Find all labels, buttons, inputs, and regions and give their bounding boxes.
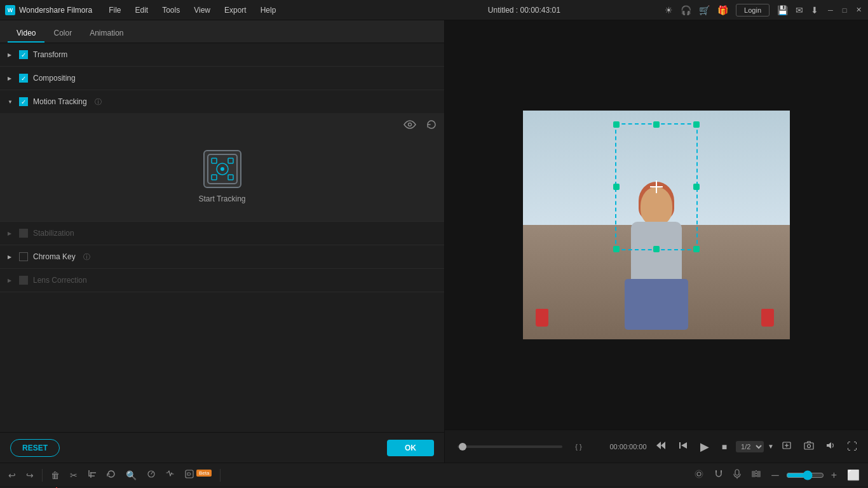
motion-tracking-checkbox[interactable]: ✓ — [19, 97, 28, 106]
mt-reset-button[interactable] — [424, 118, 439, 133]
sun-icon[interactable]: ☀ — [665, 5, 673, 15]
mt-eye-button[interactable] — [401, 118, 419, 133]
menu-view[interactable]: View — [187, 3, 217, 17]
mt-center: Start Tracking — [5, 137, 439, 216]
menu-tools[interactable]: Tools — [156, 3, 186, 17]
magnet-button[interactable] — [711, 468, 726, 482]
section-transform: ▶ ✓ Transform — [0, 43, 444, 67]
beta-button[interactable]: Beta — [182, 468, 215, 482]
redo-button[interactable]: ↪ — [23, 469, 37, 482]
tab-animation[interactable]: Animation — [81, 25, 132, 43]
transform-arrow: ▶ — [8, 52, 14, 58]
headphone-icon[interactable]: 🎧 — [681, 5, 691, 15]
title-icons: ☀ 🎧 🛒 🎁 Login 💾 ✉ ⬇ — [665, 4, 818, 17]
login-button[interactable]: Login — [736, 4, 770, 17]
compositing-arrow: ▶ — [8, 76, 14, 81]
motion-tracking-header[interactable]: ▼ ✓ Motion Tracking ⓘ — [0, 90, 444, 113]
chroma-key-arrow: ▶ — [8, 254, 14, 260]
menu-help[interactable]: Help — [254, 3, 283, 17]
tab-video[interactable]: Video — [8, 25, 44, 43]
cut-button[interactable]: ✂ — [67, 469, 81, 482]
action-bar: RESET OK — [0, 432, 444, 463]
section-compositing: ▶ ✓ Compositing — [0, 67, 444, 90]
stop-button[interactable]: ■ — [718, 440, 731, 453]
menu-edit[interactable]: Edit — [129, 3, 155, 17]
svg-point-13 — [808, 445, 811, 448]
properties-panel: Video Color Animation ▶ ✓ Transform ▶ — [0, 20, 445, 463]
menu-file[interactable]: File — [102, 3, 127, 17]
svg-point-15 — [697, 472, 701, 476]
stabilization-header[interactable]: ▶ Stabilization — [0, 222, 444, 245]
mic-button[interactable] — [730, 468, 744, 482]
section-chroma-key: ▶ Chroma Key ⓘ — [0, 245, 444, 269]
mt-toolbar — [5, 118, 439, 133]
corner-tr — [693, 121, 700, 128]
cart-icon[interactable]: 🛒 — [699, 5, 710, 15]
delete-button[interactable]: 🗑 — [48, 469, 63, 482]
chroma-key-checkbox[interactable] — [19, 252, 28, 261]
transform-checkbox[interactable]: ✓ — [19, 50, 28, 59]
menu-export[interactable]: Export — [218, 3, 253, 17]
time-display: 00:00:00:00 — [590, 443, 647, 451]
expand-button[interactable]: ⬜ — [844, 468, 863, 482]
timecode-brackets-left: { } — [575, 443, 581, 451]
legs — [625, 279, 688, 330]
reset-button[interactable]: RESET — [10, 439, 60, 457]
ripple-button[interactable] — [691, 468, 707, 482]
logo-icon: W — [5, 5, 15, 15]
scrubber-handle[interactable] — [459, 443, 466, 451]
section-lens-correction: ▶ Lens Correction — [0, 269, 444, 292]
minimize-button[interactable]: ─ — [826, 6, 835, 15]
tracking-box[interactable] — [615, 123, 698, 250]
tab-color[interactable]: Color — [44, 25, 81, 43]
plus-zoom-button[interactable]: + — [828, 468, 840, 482]
audio-button[interactable] — [163, 468, 178, 482]
svg-rect-14 — [186, 470, 193, 478]
undo-button[interactable]: ↩ — [5, 469, 19, 482]
ok-button[interactable]: OK — [387, 440, 434, 456]
gift-icon[interactable]: 🎁 — [717, 5, 728, 15]
chroma-key-header[interactable]: ▶ Chroma Key ⓘ — [0, 245, 444, 268]
skip-back-button[interactable] — [652, 440, 670, 454]
stabilization-checkbox[interactable] — [19, 229, 28, 238]
download-icon[interactable]: ⬇ — [811, 5, 818, 15]
timeline: ↩ ↪ 🗑 ✂ 🔍 Beta — [0, 463, 868, 488]
motion-tracking-help-icon[interactable]: ⓘ — [95, 97, 102, 107]
start-tracking-label: Start Tracking — [198, 194, 245, 203]
timeline-scrubber[interactable] — [458, 445, 562, 448]
compositing-header[interactable]: ▶ ✓ Compositing — [0, 67, 444, 90]
play-button[interactable]: ▶ — [696, 438, 713, 455]
minus-zoom-button[interactable]: ─ — [768, 468, 782, 482]
lens-correction-checkbox[interactable] — [19, 276, 28, 285]
svg-rect-2 — [212, 158, 217, 163]
lens-correction-header[interactable]: ▶ Lens Correction — [0, 269, 444, 292]
maximize-button[interactable]: □ — [840, 6, 849, 15]
close-button[interactable]: ✕ — [854, 6, 863, 15]
mail-icon[interactable]: ✉ — [796, 5, 803, 15]
step-back-button[interactable] — [675, 440, 691, 454]
chroma-key-help-icon[interactable]: ⓘ — [83, 252, 90, 262]
save-icon[interactable]: 💾 — [777, 5, 788, 15]
preview-panel: { } 00:00:00:00 ▶ ■ 1/2 ▼ — [445, 20, 868, 463]
split-button[interactable] — [748, 468, 764, 482]
compositing-checkbox[interactable]: ✓ — [19, 74, 28, 83]
svg-point-7 — [220, 167, 224, 171]
corner-mr — [693, 184, 700, 190]
speed-button[interactable] — [144, 468, 159, 482]
fullscreen-button[interactable]: ⛶ — [844, 440, 860, 454]
transform-header[interactable]: ▶ ✓ Transform — [0, 43, 444, 66]
volume-button[interactable] — [822, 440, 839, 453]
zoom-in-clip-button[interactable]: 🔍 — [123, 469, 140, 482]
svg-rect-12 — [804, 443, 813, 449]
add-clip-button[interactable] — [779, 440, 796, 453]
svg-point-0 — [409, 123, 412, 126]
crop-button[interactable] — [85, 468, 100, 482]
zoom-slider[interactable] — [786, 470, 824, 480]
window-controls: ─ □ ✕ — [826, 6, 863, 15]
stabilization-arrow: ▶ — [8, 231, 14, 236]
zoom-select[interactable]: 1/2 — [736, 441, 764, 452]
compositing-label: Compositing — [33, 74, 76, 83]
rotate-button[interactable] — [104, 468, 119, 482]
snapshot-button[interactable] — [801, 440, 817, 453]
window-title: Untitled : 00:00:43:01 — [384, 6, 665, 15]
